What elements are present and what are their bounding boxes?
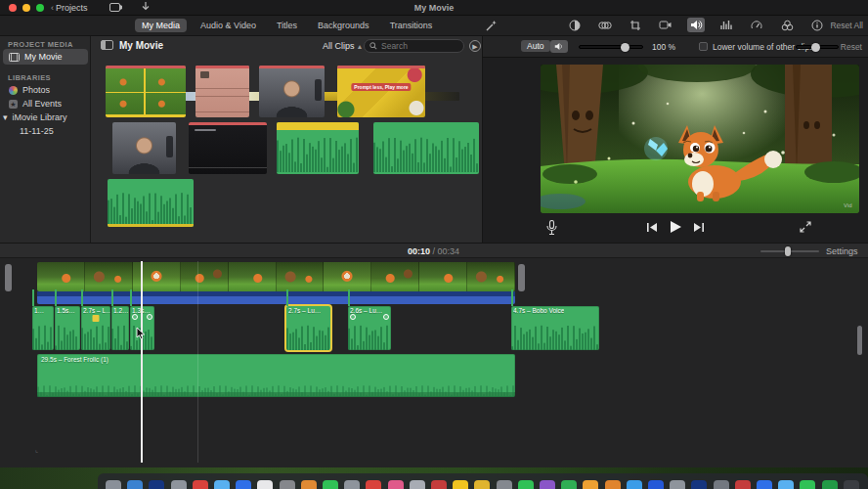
tab-backgrounds[interactable]: Backgrounds	[311, 19, 376, 32]
skip-forward-button[interactable]	[693, 222, 704, 233]
reset-all-button[interactable]: Reset All	[830, 21, 863, 30]
dock-app-icon[interactable]	[257, 480, 273, 489]
timeline-clip-selected[interactable]: 2.7s – Lu…	[286, 306, 330, 350]
browser-forward-button[interactable]: ▶	[469, 40, 481, 52]
timeline-clip[interactable]: 4.7s – Bobo Voice	[511, 306, 599, 350]
media-thumbnail-webcam[interactable]	[259, 66, 325, 117]
dock-app-icon[interactable]	[149, 480, 164, 489]
dock-app-icon[interactable]	[778, 480, 794, 489]
dock-app-icon[interactable]	[366, 480, 381, 489]
fade-handle[interactable]	[383, 314, 389, 320]
search-input[interactable]: Search	[364, 39, 464, 53]
timeline-clip[interactable]: 2.7s – L…	[81, 306, 110, 350]
reset-volume-button[interactable]: Reset	[841, 42, 862, 52]
stabilization-icon[interactable]	[657, 18, 674, 32]
timeline-clip[interactable]: 1.2…	[111, 306, 129, 350]
dock-app-icon[interactable]	[583, 480, 598, 489]
lower-volume-slider[interactable]	[796, 45, 839, 49]
dock-app-icon[interactable]	[627, 480, 642, 489]
timeline-clip[interactable]: 1…	[32, 306, 54, 350]
dock-app-icon[interactable]	[214, 480, 230, 489]
color-balance-icon[interactable]	[566, 18, 584, 32]
media-thumbnail-screen-recording[interactable]	[189, 122, 267, 174]
background-music-clip[interactable]: 29.5s – Forest Frolic (1)	[37, 354, 515, 397]
auto-enhance-wand-icon[interactable]	[486, 20, 498, 31]
fade-handle[interactable]	[147, 314, 152, 320]
dock-app-icon[interactable]	[822, 480, 838, 489]
media-thumbnail-fox-grid[interactable]	[106, 66, 186, 117]
clip-filter-icon[interactable]	[778, 18, 796, 32]
crop-icon[interactable]	[627, 18, 644, 32]
dock-app-icon[interactable]	[193, 480, 208, 489]
dock-app-icon[interactable]	[280, 480, 295, 489]
sidebar-item-my-movie[interactable]: My Movie	[3, 49, 88, 65]
fade-handle[interactable]	[132, 314, 138, 320]
dock-app-icon[interactable]	[388, 480, 404, 489]
dock-app-icon[interactable]	[497, 480, 512, 489]
volume-slider-knob[interactable]	[621, 43, 629, 52]
media-thumbnail-audio[interactable]	[108, 179, 194, 227]
dock-app-icon[interactable]	[670, 480, 685, 489]
trim-handle-right[interactable]	[518, 264, 525, 291]
dock-app-icon[interactable]	[714, 480, 729, 489]
record-voiceover-mic-icon[interactable]	[546, 220, 557, 235]
dock-app-icon[interactable]	[127, 480, 143, 489]
clip-info-icon[interactable]	[808, 18, 826, 32]
video-filmstrip[interactable]	[37, 262, 515, 291]
volume-slider[interactable]	[579, 45, 643, 49]
volume-icon[interactable]	[687, 18, 705, 32]
dock-app-icon[interactable]	[691, 480, 707, 489]
zoom-slider-knob[interactable]	[785, 246, 791, 256]
dock-app-icon[interactable]	[844, 480, 859, 489]
dock-app-icon[interactable]	[605, 480, 621, 489]
dock-app-icon[interactable]	[410, 480, 425, 489]
sidebar-item-library-date[interactable]: 11-11-25	[20, 126, 54, 136]
dock-app-icon[interactable]	[323, 480, 338, 489]
dock-app-icon[interactable]	[106, 480, 121, 489]
mute-speaker-button[interactable]	[550, 40, 568, 53]
playhead[interactable]	[141, 261, 143, 463]
dock-app-icon[interactable]	[453, 480, 468, 489]
media-thumbnail-audio[interactable]	[373, 122, 479, 174]
fade-handle[interactable]	[350, 314, 356, 320]
speed-icon[interactable]	[748, 18, 765, 32]
auto-volume-button[interactable]: Auto	[521, 40, 550, 52]
timeline-zoom-slider[interactable]	[760, 250, 819, 252]
dock-app-icon[interactable]	[474, 480, 490, 489]
media-thumbnail-promo[interactable]: Prompt less, Play more	[337, 66, 425, 117]
dock-app-icon[interactable]	[236, 480, 251, 489]
media-thumbnail-audio[interactable]	[277, 122, 359, 174]
vertical-scrollbar[interactable]	[857, 326, 862, 355]
noise-reduction-icon[interactable]	[717, 18, 735, 32]
dock-app-icon[interactable]	[518, 480, 534, 489]
video-audio-waveform-bar[interactable]	[37, 291, 515, 304]
timeline-clip[interactable]: 1.5s…	[55, 306, 80, 350]
color-correction-icon[interactable]	[596, 18, 614, 32]
sidebar-item-imovie-library[interactable]: ▾ iMovie Library	[3, 112, 67, 122]
lower-volume-checkbox[interactable]	[699, 42, 708, 51]
lower-volume-knob[interactable]	[811, 43, 820, 52]
sidebar-toggle-icon[interactable]	[101, 40, 113, 50]
skip-back-button[interactable]	[647, 222, 658, 233]
media-thumbnail-webcam[interactable]	[112, 122, 176, 174]
dock-app-icon[interactable]	[735, 480, 751, 489]
dock-app-icon[interactable]	[344, 480, 360, 489]
dock-app-icon[interactable]	[540, 480, 555, 489]
timeline-settings-button[interactable]: Settings	[826, 246, 858, 256]
trim-handle-left[interactable]	[5, 264, 12, 291]
dock-app-icon[interactable]	[301, 480, 317, 489]
dock-app-icon[interactable]	[431, 480, 447, 489]
sidebar-item-all-events[interactable]: ★ All Events	[9, 99, 62, 109]
tab-transitions[interactable]: Transitions	[383, 19, 440, 32]
tab-titles[interactable]: Titles	[270, 19, 304, 32]
tab-my-media[interactable]: My Media	[135, 19, 187, 32]
sidebar-item-photos[interactable]: Photos	[9, 85, 50, 95]
dock-app-icon[interactable]	[800, 480, 815, 489]
disclosure-chevron-icon[interactable]: ▾	[3, 112, 8, 122]
timeline-clip[interactable]: 2.6s – Lu…	[348, 306, 391, 350]
dock-app-icon[interactable]	[757, 480, 772, 489]
dock-app-icon[interactable]	[171, 480, 187, 489]
play-button[interactable]	[669, 220, 682, 234]
media-thumbnail-document[interactable]	[195, 66, 249, 117]
dock-app-icon[interactable]	[648, 480, 664, 489]
